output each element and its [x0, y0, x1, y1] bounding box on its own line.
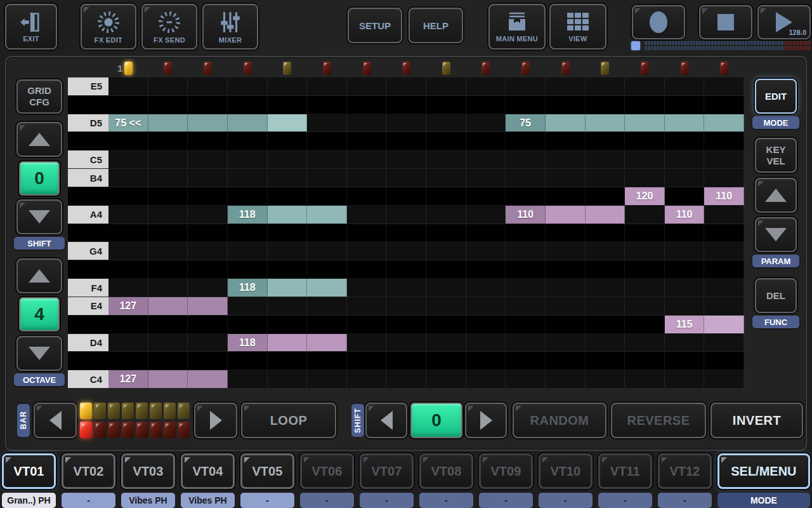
grid-cell[interactable] — [466, 96, 506, 114]
fx-edit-button[interactable]: FX EDIT — [81, 4, 136, 50]
grid-cell[interactable] — [307, 114, 347, 133]
grid-cell[interactable] — [426, 242, 466, 260]
bar-led[interactable] — [136, 403, 148, 419]
shift-left-button[interactable] — [365, 403, 407, 438]
grid-cell[interactable] — [307, 169, 347, 187]
grid-cell[interactable] — [386, 206, 426, 224]
tab-vt03[interactable]: VT03 — [121, 453, 175, 489]
grid-cell[interactable] — [466, 352, 506, 370]
grid-cell[interactable] — [506, 334, 546, 352]
grid-cell[interactable] — [108, 169, 148, 187]
grid-cell[interactable] — [625, 370, 665, 389]
edit-mode-button[interactable]: EDIT — [755, 79, 797, 114]
grid-cell[interactable] — [546, 279, 586, 297]
grid-cell[interactable] — [347, 334, 387, 352]
grid-cell[interactable] — [665, 132, 705, 150]
grid-cell[interactable] — [506, 260, 546, 279]
grid-cell[interactable] — [466, 114, 506, 133]
bar-led[interactable] — [122, 422, 134, 438]
grid-cell[interactable] — [506, 224, 546, 243]
octave-up-button[interactable] — [16, 258, 62, 293]
grid-cell[interactable] — [466, 224, 506, 243]
grid-cell[interactable] — [307, 132, 347, 150]
grid-cell[interactable] — [426, 77, 466, 96]
note-cell[interactable] — [704, 316, 744, 334]
grid-cell[interactable] — [625, 77, 665, 96]
grid-cell[interactable] — [386, 224, 426, 243]
grid-cell[interactable] — [665, 334, 705, 352]
grid-cell[interactable] — [188, 352, 228, 370]
grid-cell[interactable] — [188, 224, 228, 243]
grid-cell[interactable] — [506, 297, 546, 316]
grid-cell[interactable] — [586, 77, 625, 96]
grid-cell[interactable] — [268, 96, 308, 114]
grid-cell[interactable] — [108, 96, 148, 114]
grid-cell[interactable] — [704, 297, 744, 316]
note-cell[interactable]: 75 — [506, 114, 546, 133]
grid-cell[interactable] — [704, 77, 744, 96]
grid-cell[interactable] — [268, 316, 308, 334]
grid-cell[interactable] — [188, 206, 228, 224]
setup-button[interactable]: SETUP — [348, 8, 402, 43]
grid-cell[interactable] — [466, 77, 506, 96]
grid-cell[interactable] — [625, 297, 665, 316]
grid-cell[interactable] — [426, 352, 466, 370]
bar-led[interactable] — [178, 403, 190, 419]
grid-cell[interactable] — [307, 187, 347, 206]
note-cell[interactable]: 75 << — [108, 114, 148, 133]
grid-cell[interactable] — [228, 242, 268, 260]
grid-cell[interactable] — [466, 206, 506, 224]
grid-cell[interactable] — [546, 352, 586, 370]
grid-cell[interactable] — [228, 132, 268, 150]
grid-cell[interactable] — [426, 279, 466, 297]
grid-cell[interactable] — [347, 114, 387, 133]
grid-cell[interactable] — [268, 370, 308, 389]
grid-cell[interactable] — [506, 242, 546, 260]
grid-cell[interactable] — [506, 132, 546, 150]
grid-cell[interactable] — [426, 316, 466, 334]
grid-cell[interactable] — [466, 334, 506, 352]
grid-cell[interactable] — [704, 260, 744, 279]
tab-vt07[interactable]: VT07 — [360, 453, 414, 489]
grid-cell[interactable] — [704, 132, 744, 150]
grid-cell[interactable] — [426, 206, 466, 224]
grid-cell[interactable] — [546, 169, 586, 187]
grid-cell[interactable] — [466, 150, 506, 169]
grid-cell[interactable] — [188, 260, 228, 279]
grid-cell[interactable] — [586, 260, 625, 279]
grid-cell[interactable] — [704, 242, 744, 260]
grid-cell[interactable] — [108, 334, 148, 352]
grid-cell[interactable] — [466, 169, 506, 187]
grid-cell[interactable] — [426, 370, 466, 389]
grid-cell[interactable] — [625, 132, 665, 150]
grid-cell[interactable] — [426, 114, 466, 133]
note-cell[interactable] — [228, 114, 268, 133]
grid-cell[interactable] — [347, 242, 387, 260]
grid-cell[interactable] — [188, 242, 228, 260]
grid-cell[interactable] — [546, 242, 586, 260]
note-cell[interactable]: 118 — [228, 279, 268, 297]
grid-cell[interactable] — [426, 187, 466, 206]
shift-up-button[interactable] — [16, 122, 62, 157]
grid-cell[interactable] — [307, 352, 347, 370]
grid-cell[interactable] — [586, 242, 625, 260]
grid-cell[interactable] — [148, 224, 188, 243]
grid-cell[interactable] — [228, 297, 268, 316]
grid-cell[interactable] — [386, 77, 426, 96]
grid-cell[interactable] — [108, 187, 148, 206]
grid-cell[interactable] — [188, 96, 228, 114]
grid-cell[interactable] — [586, 334, 625, 352]
grid-cell[interactable] — [704, 169, 744, 187]
grid-cell[interactable] — [386, 150, 426, 169]
bar-led[interactable] — [164, 422, 176, 438]
grid-cell[interactable] — [347, 150, 387, 169]
grid-cell[interactable] — [386, 132, 426, 150]
grid-cell[interactable] — [625, 279, 665, 297]
grid-cell[interactable] — [307, 224, 347, 243]
exit-button[interactable]: EXIT — [5, 4, 57, 50]
bar-led[interactable] — [108, 422, 120, 438]
bar-led[interactable] — [94, 422, 106, 438]
shift-right-button[interactable] — [465, 403, 507, 438]
record-button[interactable] — [632, 5, 685, 39]
grid-cell[interactable] — [586, 279, 625, 297]
